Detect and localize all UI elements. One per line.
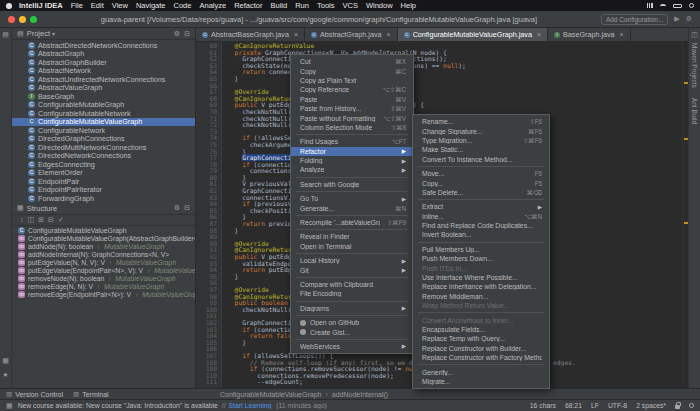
context-menu-item-find-usages[interactable]: Find Usages⌥F7	[291, 137, 413, 146]
chevron-down-icon[interactable]: ▾	[52, 30, 55, 37]
refactor-menu-item-move[interactable]: Move...F6	[413, 169, 549, 178]
context-menu-item-paste[interactable]: Paste⌘V	[291, 95, 413, 104]
context-menu-item-diagrams[interactable]: Diagrams▶	[291, 304, 413, 313]
status-widget-16-chars[interactable]: 16 chars	[530, 402, 556, 409]
context-menu-item-recompile-ablevaluegraph-java[interactable]: Recompile '...ableValueGraph.java'⇧⌘F9	[291, 218, 413, 227]
project-tree-item-directedmultinetworkconnections[interactable]: CDirectedMultiNetworkConnections	[12, 143, 195, 152]
project-tree-item-directednetworkconnections[interactable]: CDirectedNetworkConnections	[12, 152, 195, 161]
warning-stripe-mark[interactable]	[684, 222, 688, 224]
project-tree-item-directedgraphconnections[interactable]: CDirectedGraphConnections	[12, 135, 195, 144]
close-tab-icon[interactable]: ×	[537, 31, 541, 38]
menubar-item-vcs[interactable]: VCS	[342, 1, 357, 10]
readonly-lock-icon[interactable]	[675, 405, 680, 409]
project-tree-item-edgesconnecting[interactable]: CEdgesConnecting	[12, 160, 195, 169]
menubar-item-intellij-idea[interactable]: IntelliJ IDEA	[19, 1, 63, 10]
menubar-item-help[interactable]: Help	[401, 1, 416, 10]
structure-settings-gear-icon[interactable]: ⚙	[174, 204, 180, 212]
sort-by-visibility-icon[interactable]: ◫	[28, 216, 35, 224]
context-menu-item-create-gist[interactable]: Create Gist...	[291, 327, 413, 336]
editor-tab-abstractgraph-java[interactable]: CAbstractGraph.java×	[305, 28, 398, 41]
show-fields-icon[interactable]: ⊞	[38, 216, 44, 224]
project-tree-item-endpointpair[interactable]: CEndpointPair	[12, 177, 195, 186]
status-widget-68-21[interactable]: 68:21	[565, 402, 582, 409]
menubar-item-run[interactable]: Run	[295, 1, 309, 10]
context-menu-item-open-in-terminal[interactable]: Open in Terminal	[291, 242, 413, 251]
project-tree-item-basegraph[interactable]: IBaseGraph	[12, 92, 195, 101]
refactor-menu-item-replace-inheritance-with-delegation[interactable]: Replace Inheritance with Delegation...	[413, 282, 549, 291]
refactor-menu-item-copy[interactable]: Copy...F5	[413, 178, 549, 187]
menubar-item-analyze[interactable]: Analyze	[199, 1, 226, 10]
refactor-menu-item-extract[interactable]: Extract▶	[413, 202, 549, 211]
tool-window-switcher-icon[interactable]: ▦	[6, 402, 13, 410]
menubar-item-refactor[interactable]: Refactor	[234, 1, 262, 10]
structure-item-configurablemutablevaluegraph[interactable]: CConfigurableMutableValueGraph	[12, 227, 195, 235]
menubar-item-navigate[interactable]: Navigate	[136, 1, 166, 10]
project-settings-gear-icon[interactable]: ⚙	[174, 30, 180, 38]
structure-item-addnodeinternal[interactable]: maddNodeInternal(N): GraphConnections<N,…	[12, 251, 195, 259]
status-widget-utf-8[interactable]: UTF-8	[608, 402, 627, 409]
project-tree-item-abstractundirectednetworkconnections[interactable]: CAbstractUndirectedNetworkConnections	[12, 75, 195, 84]
editor-tab-basegraph-java[interactable]: IBaseGraph.java×	[548, 28, 631, 41]
autoscroll-icon[interactable]: ✓	[58, 216, 64, 224]
close-tab-icon[interactable]: ×	[294, 31, 298, 38]
context-menu-item-local-history[interactable]: Local History▶	[291, 256, 413, 265]
refactor-menu-item-rename[interactable]: Rename...⇧F6	[413, 117, 549, 126]
context-menu-item-refactor[interactable]: Refactor▶	[291, 147, 413, 156]
close-window-button[interactable]	[8, 16, 15, 23]
run-configuration-dropdown[interactable]: Add Configuration...	[601, 14, 668, 25]
tool-window-button-ant-build[interactable]: Ant Build	[691, 98, 698, 124]
project-panel-header[interactable]: ▤ Project ▾ ⚙ ⊟	[12, 28, 195, 40]
context-menu-item-folding[interactable]: Folding▶	[291, 156, 413, 165]
context-menu-item-analyze[interactable]: Analyze▶	[291, 165, 413, 174]
structure-tool-icon[interactable]: ▦	[2, 357, 9, 365]
project-tree-item-configurablemutablegraph[interactable]: CConfigurableMutableGraph	[12, 101, 195, 110]
project-tree-item-abstractdirectednetworkconnections[interactable]: CAbstractDirectedNetworkConnections	[12, 41, 195, 50]
keyboard-layout-icon[interactable]	[647, 3, 653, 8]
breadcrumb-method[interactable]: addNodeInternal()	[332, 391, 388, 398]
refactor-menu-item-migrate[interactable]: Migrate...	[413, 377, 549, 386]
wifi-icon[interactable]	[660, 4, 666, 8]
context-menu-item-go-to[interactable]: Go To▶	[291, 194, 413, 203]
refactor-menu-item-use-interface-where-possible[interactable]: Use Interface Where Possible...	[413, 273, 549, 282]
menubar-item-file[interactable]: File	[71, 1, 83, 10]
close-tab-icon[interactable]: ×	[387, 31, 391, 38]
project-tree-item-forwardinggraph[interactable]: CForwardingGraph	[12, 194, 195, 203]
structure-item-configurablemutablevaluegraph[interactable]: mConfigurableMutableValueGraph(AbstractG…	[12, 235, 195, 243]
refactor-menu-item-replace-constructor-with-factory-method[interactable]: Replace Constructor with Factory Method.…	[413, 353, 549, 362]
refactor-menu-item-type-migration[interactable]: Type Migration...⇧⌘F6	[413, 136, 549, 145]
project-tree-item-configurablemutablevaluegraph[interactable]: CConfigurableMutableValueGraph	[12, 118, 195, 127]
context-menu-item-column-selection-mode[interactable]: Column Selection Mode⇧⌘8	[291, 123, 413, 132]
apple-logo-icon[interactable]	[6, 3, 12, 9]
context-menu-item-compare-with-clipboard[interactable]: Compare with Clipboard	[291, 280, 413, 289]
refactor-menu-item-encapsulate-fields[interactable]: Encapsulate Fields...	[413, 325, 549, 334]
context-menu-item-copy-reference[interactable]: Copy Reference⌥⇧⌘C	[291, 85, 413, 94]
structure-item-removeedge[interactable]: mremoveEdge(N, N): V↑MutableValueGraph	[12, 283, 195, 291]
structure-item-addnode[interactable]: maddNode(N): boolean↑MutableValueGraph	[12, 243, 195, 251]
refactor-menu-item-replace-temp-with-query[interactable]: Replace Temp with Query...	[413, 334, 549, 343]
refactor-menu-item-remove-middleman[interactable]: Remove Middleman...	[413, 292, 549, 301]
settings-gear-icon[interactable]: ⚙	[686, 15, 692, 23]
event-log-bell-icon[interactable]	[689, 403, 694, 408]
project-tree-item-abstractgraphbuilder[interactable]: CAbstractGraphBuilder	[12, 58, 195, 67]
editor-tab-configurablemutablevaluegraph-java[interactable]: CConfigurableMutableValueGraph.java×	[398, 28, 548, 41]
start-learning-link[interactable]: Start Learning	[229, 402, 272, 409]
refactor-menu-item-safe-delete[interactable]: Safe Delete...⌘⌫	[413, 188, 549, 197]
project-tree-item-endpointpairiterator[interactable]: CEndpointPairIterator	[12, 186, 195, 195]
battery-icon[interactable]	[673, 4, 682, 8]
structure-hide-icon[interactable]: ⊟	[184, 204, 190, 212]
refactor-menu-item-replace-constructor-with-builder[interactable]: Replace Constructor with Builder...	[413, 344, 549, 353]
refactor-menu-item-change-signature[interactable]: Change Signature...⌘F6	[413, 126, 549, 135]
menubar-item-edit[interactable]: Edit	[91, 1, 104, 10]
breadcrumb-class[interactable]: ConfigurableMutableValueGraph	[220, 391, 321, 398]
menubar-item-view[interactable]: View	[112, 1, 128, 10]
version-control-tool-button[interactable]: ▥ Version Control	[6, 390, 63, 398]
structure-item-putedgevalue[interactable]: mputEdgeValue(N, N, V): V↑MutableValueGr…	[12, 259, 195, 267]
zoom-window-button[interactable]	[30, 16, 37, 23]
context-menu-item-copy[interactable]: Copy⌘C	[291, 66, 413, 75]
close-tab-icon[interactable]: ×	[620, 31, 624, 38]
menubar-item-tools[interactable]: Tools	[317, 1, 335, 10]
spotlight-icon[interactable]	[689, 3, 694, 8]
project-tree-item-configurablenetwork[interactable]: CConfigurableNetwork	[12, 126, 195, 135]
project-tree-item-abstractnetwork[interactable]: CAbstractNetwork	[12, 67, 195, 76]
warning-stripe-mark[interactable]	[684, 82, 688, 84]
